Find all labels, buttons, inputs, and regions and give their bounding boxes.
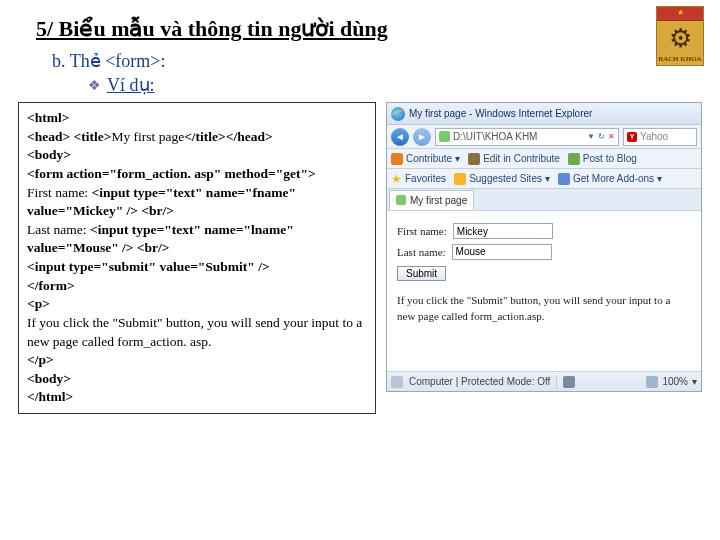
flag-icon [657,7,703,21]
ie-icon [391,107,405,121]
stop-icon[interactable]: ✕ [608,132,615,141]
section-b-prefix: b. [52,51,66,71]
submit-button[interactable]: Submit [397,266,446,281]
content-row: <html> <head> <title>My first page</titl… [18,102,702,414]
yahoo-icon: Y [627,132,637,142]
code-line: <p> [27,295,367,314]
slide: ⚙ BACH KHOA 5/ Biểu mẫu và thông tin ngư… [0,0,720,540]
university-badge: ⚙ BACH KHOA [656,6,704,66]
back-button[interactable]: ◄ [391,128,409,146]
addons-button[interactable]: Get More Add-ons ▾ [558,173,662,185]
post-button[interactable]: Post to Blog [568,153,637,165]
code-line: <body> [27,370,367,389]
zoom-icon [646,376,658,388]
search-engine-label: Yahoo [640,131,668,142]
zoom-control[interactable]: 100% ▾ [646,376,697,388]
star-icon: ★ [391,172,402,186]
diamond-bullet-icon: ❖ [88,78,101,93]
address-text: D:\UIT\KHOA KHM [453,131,584,142]
favorites-toolbar: ★Favorites Suggested Sites ▾ Get More Ad… [387,169,701,189]
status-bar: Computer | Protected Mode: Off 100% ▾ [387,371,701,391]
code-line: </p> [27,351,367,370]
code-line: If you click the "Submit" button, you wi… [27,314,367,351]
window-title: My first page - Windows Internet Explore… [409,108,697,119]
code-line: First name: <input type="text" name="fna… [27,184,367,221]
forward-button[interactable]: ► [413,128,431,146]
status-text: Computer | Protected Mode: Off [409,376,550,387]
lname-row: Last name: [397,244,691,261]
post-icon [568,153,580,165]
code-line: <input type="submit" value="Submit" /> [27,258,367,277]
suggested-icon [454,173,466,185]
contribute-toolbar: Contribute ▾ Edit in Contribute Post to … [387,149,701,169]
chevron-down-icon[interactable]: ▼ [587,132,595,141]
suggested-sites-button[interactable]: Suggested Sites ▾ [454,173,550,185]
favorites-button[interactable]: ★Favorites [391,172,446,186]
code-line: </html> [27,388,367,407]
refresh-icon[interactable]: ↻ [598,132,605,141]
contribute-icon [391,153,403,165]
code-line: <body> [27,146,367,165]
contribute-button[interactable]: Contribute ▾ [391,153,460,165]
section-b: b. Thẻ <form>: [52,50,702,72]
address-bar-row: ◄ ► D:\UIT\KHOA KHM ▼ ↻ ✕ Y Yahoo [387,125,701,149]
tab-label: My first page [410,195,467,206]
lname-input[interactable] [452,244,552,260]
addons-icon [558,173,570,185]
browser-viewport: First name: Last name: Submit If you cli… [387,211,701,371]
search-box[interactable]: Y Yahoo [623,128,697,146]
code-line: </form> [27,277,367,296]
section-b-text: Thẻ <form>: [70,51,166,71]
computer-icon [391,376,403,388]
code-line: Last name: <input type="text" name="lnam… [27,221,367,258]
badge-label: BACH KHOA [658,55,701,63]
description-para: If you click the "Submit" button, you wi… [397,292,691,325]
example-label: ❖Ví dụ: [88,74,702,96]
page-icon [439,131,450,142]
slide-heading: 5/ Biểu mẫu và thông tin người dùng [36,16,702,42]
code-box: <html> <head> <title>My first page</titl… [18,102,376,414]
lname-label: Last name: [397,244,446,261]
address-bar[interactable]: D:\UIT\KHOA KHM ▼ ↻ ✕ [435,128,619,146]
tab-strip: My first page [387,189,701,211]
gear-icon: ⚙ [669,21,692,55]
code-line: <form action="form_action. asp" method="… [27,165,367,184]
fname-label: First name: [397,223,447,240]
edit-button[interactable]: Edit in Contribute [468,153,560,165]
edit-icon [468,153,480,165]
shield-icon [563,376,575,388]
example-text: Ví dụ: [107,75,155,95]
page-icon [396,195,406,205]
browser-window: My first page - Windows Internet Explore… [386,102,702,392]
browser-titlebar: My first page - Windows Internet Explore… [387,103,701,125]
code-line: <head> <title>My first page</title></hea… [27,128,367,147]
code-line: <html> [27,109,367,128]
fname-row: First name: [397,223,691,240]
fname-input[interactable] [453,223,553,239]
tab-active[interactable]: My first page [389,190,474,210]
zoom-value: 100% [662,376,688,387]
